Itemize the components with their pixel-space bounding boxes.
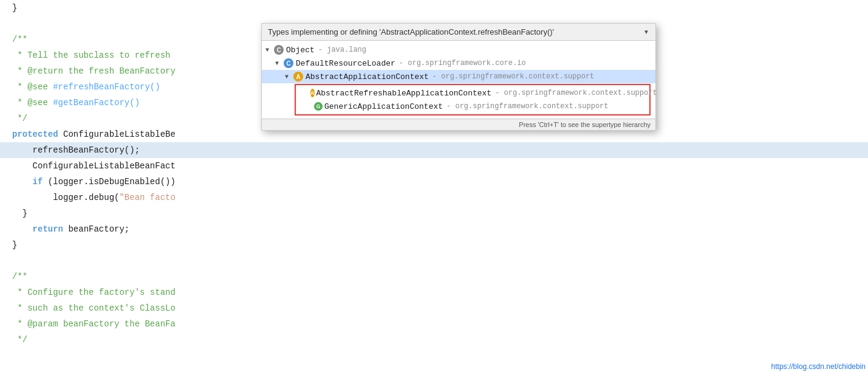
type-name: AbstractRefreshableApplicationContext — [316, 89, 492, 98]
package-label: - org.springframework.core.io — [399, 59, 526, 67]
code-line: } — [0, 205, 868, 221]
tree-arrow — [306, 103, 313, 110]
package-label: - org.springframework.context.support — [432, 72, 594, 81]
code-line: if (logger.isDebugEnabled()) — [0, 174, 868, 190]
highlight-container: A AbstractRefreshableApplicationContext … — [295, 84, 651, 115]
package-label: - java.lang — [318, 46, 366, 54]
code-line: * Configure the factory's stand — [0, 284, 868, 300]
tree-arrow — [306, 90, 309, 97]
type-name: GenericApplicationContext — [324, 102, 443, 111]
code-line: return beanFactory; — [0, 221, 868, 237]
tree-arrow: ▼ — [285, 74, 292, 80]
popup-body: ▼ C Object - java.lang ▼ C DefaultResour… — [262, 41, 655, 119]
type-name: Object — [286, 46, 315, 55]
code-line — [0, 253, 868, 269]
type-icon-g: G — [314, 102, 323, 111]
package-label: - org.springframework.context.support — [446, 102, 608, 111]
tree-item-genericapplicationcontext[interactable]: G GenericApplicationContext - org.spring… — [296, 100, 649, 113]
tree-arrow: ▼ — [275, 60, 282, 67]
popup-header: Types implementing or defining 'Abstract… — [262, 24, 655, 41]
code-line: } — [0, 237, 868, 253]
package-label: - org.springframework.context.support — [495, 89, 657, 97]
type-icon-c: C — [274, 45, 284, 55]
tree-item-object[interactable]: ▼ C Object - java.lang — [262, 43, 655, 57]
type-name: DefaultResourceLoader — [296, 59, 395, 68]
type-icon-a-small: A — [310, 89, 315, 97]
tree-item-abstractapplicationcontext[interactable]: ▼ A AbstractApplicationContext - org.spr… — [262, 70, 655, 83]
watermark: https://blog.csdn.net/chidebin — [769, 361, 868, 372]
popup-footer: Press 'Ctrl+T' to see the supertype hier… — [262, 119, 655, 130]
popup-title: Types implementing or defining 'Abstract… — [268, 27, 554, 36]
code-line: /** — [0, 269, 868, 284]
code-line: refreshBeanFactory(); — [0, 142, 868, 158]
tree-item-defaultresourceloader[interactable]: ▼ C DefaultResourceLoader - org.springfr… — [262, 57, 655, 70]
dropdown-icon[interactable]: ▼ — [643, 29, 649, 35]
code-line: * such as the context's ClassLo — [0, 300, 868, 316]
footer-text: Press 'Ctrl+T' to see the supertype hier… — [519, 121, 651, 128]
tree-arrow: ▼ — [265, 47, 273, 53]
tree-item-abstractrefreshable[interactable]: A AbstractRefreshableApplicationContext … — [296, 86, 649, 100]
type-hierarchy-popup: Types implementing or defining 'Abstract… — [261, 23, 656, 131]
code-line: */ — [0, 332, 868, 348]
type-icon-a: A — [293, 72, 303, 81]
code-line: * @param beanFactory the BeanFa — [0, 316, 868, 332]
code-line: logger.debug("Bean facto — [0, 190, 868, 205]
code-line: ConfigurableListableBeanFact — [0, 158, 868, 174]
type-icon-c-blue: C — [284, 58, 293, 68]
code-line: } — [0, 0, 868, 16]
type-name: AbstractApplicationContext — [306, 72, 429, 81]
